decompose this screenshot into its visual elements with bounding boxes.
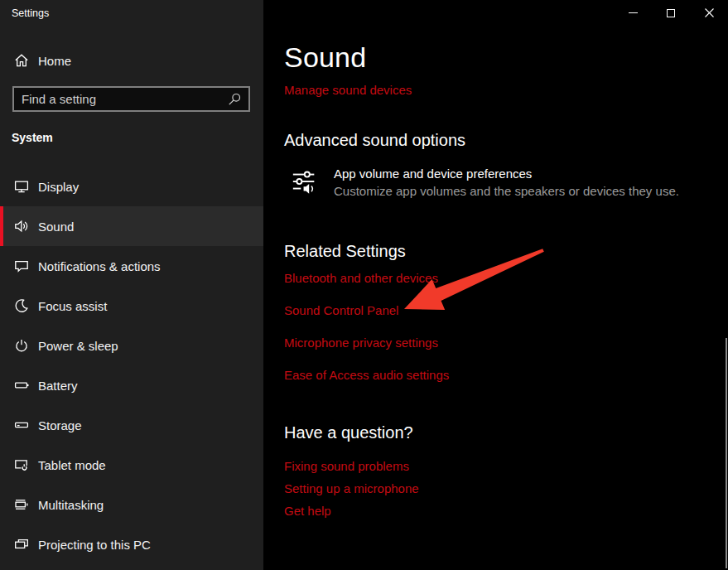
battery-icon — [13, 377, 30, 394]
microphone-privacy-link[interactable]: Microphone privacy settings — [284, 336, 438, 350]
main-panel: Sound Manage sound devices Advanced soun… — [263, 0, 728, 570]
sidebar-item-label: Projecting to this PC — [38, 538, 151, 552]
search-icon[interactable] — [227, 92, 242, 107]
titlebar-controls — [614, 0, 728, 26]
notifications-icon — [13, 258, 30, 274]
scrollbar-thumb[interactable] — [726, 338, 727, 568]
sidebar-item-focus-assist[interactable]: Focus assist — [0, 286, 263, 326]
fixing-sound-problems-link[interactable]: Fixing sound problems — [284, 459, 409, 473]
minimize-icon — [629, 12, 638, 13]
sound-icon — [13, 218, 30, 234]
app-title: Settings — [12, 7, 49, 19]
related-settings-heading: Related Settings — [284, 242, 406, 261]
tablet-mode-icon — [13, 456, 30, 473]
multitasking-icon — [13, 496, 30, 513]
advanced-sound-options-heading: Advanced sound options — [284, 131, 465, 150]
sidebar-item-battery[interactable]: Battery — [0, 365, 263, 405]
app-volume-title: App volume and device preferences — [334, 167, 679, 181]
sound-control-panel-link[interactable]: Sound Control Panel — [284, 303, 398, 317]
sidebar-item-display[interactable]: Display — [0, 167, 263, 206]
close-button[interactable] — [690, 0, 728, 26]
settings-window: Settings Home System — [0, 0, 728, 570]
display-icon — [13, 178, 30, 195]
home-icon — [13, 52, 30, 69]
search-box — [12, 86, 250, 112]
sidebar-item-label: Sound — [38, 220, 74, 234]
sidebar-item-tablet-mode[interactable]: Tablet mode — [0, 445, 263, 485]
sidebar-item-label: Notifications & actions — [38, 259, 161, 273]
storage-icon — [13, 417, 30, 433]
sidebar-item-label: Battery — [38, 379, 78, 393]
sidebar: Settings Home System — [0, 0, 263, 570]
sidebar-item-label: Storage — [38, 418, 82, 432]
bluetooth-devices-link[interactable]: Bluetooth and other devices — [284, 271, 438, 285]
app-volume-mixer-icon — [291, 168, 319, 196]
maximize-icon — [667, 9, 675, 17]
sidebar-section-system: System — [12, 131, 53, 144]
minimize-button[interactable] — [614, 0, 652, 26]
page-title: Sound — [284, 41, 366, 74]
get-help-link[interactable]: Get help — [284, 504, 331, 518]
sidebar-item-label: Power & sleep — [38, 339, 118, 353]
focus-assist-icon — [13, 297, 30, 314]
setting-up-microphone-link[interactable]: Setting up a microphone — [284, 481, 419, 495]
app-volume-description: Customize app volumes and the speakers o… — [334, 184, 679, 198]
sidebar-item-multitasking[interactable]: Multitasking — [0, 485, 263, 524]
close-icon — [705, 8, 714, 17]
sidebar-nav: Display Sound — [0, 167, 263, 564]
sidebar-item-label: Home — [38, 54, 71, 68]
sidebar-item-label: Display — [38, 180, 79, 194]
manage-sound-devices-link[interactable]: Manage sound devices — [284, 83, 412, 97]
sidebar-item-power-sleep[interactable]: Power & sleep — [0, 326, 263, 365]
search-input[interactable] — [14, 88, 227, 110]
app-volume-item[interactable]: App volume and device preferences Custom… — [291, 167, 679, 198]
maximize-button[interactable] — [652, 0, 690, 26]
sidebar-item-label: Multitasking — [38, 498, 104, 512]
have-a-question-heading: Have a question? — [284, 423, 413, 442]
sidebar-item-projecting[interactable]: Projecting to this PC — [0, 524, 263, 564]
projecting-icon — [13, 536, 30, 553]
selected-accent-bar — [0, 206, 3, 246]
sidebar-item-label: Tablet mode — [38, 458, 106, 472]
sidebar-item-storage[interactable]: Storage — [0, 405, 263, 445]
power-icon — [13, 337, 30, 354]
sidebar-item-label: Focus assist — [38, 299, 107, 313]
ease-of-access-audio-link[interactable]: Ease of Access audio settings — [284, 368, 449, 382]
sidebar-item-notifications[interactable]: Notifications & actions — [0, 246, 263, 286]
sidebar-item-sound[interactable]: Sound — [0, 206, 263, 246]
sidebar-item-home[interactable]: Home — [0, 41, 263, 80]
app-volume-texts: App volume and device preferences Custom… — [334, 167, 679, 198]
